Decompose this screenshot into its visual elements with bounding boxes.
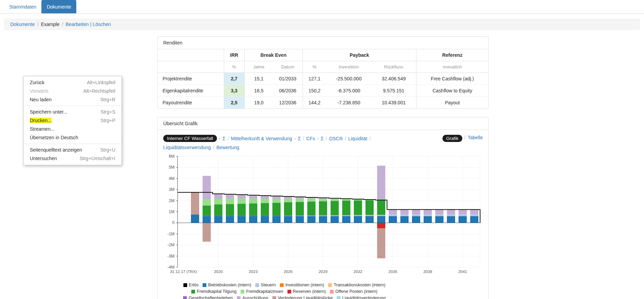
bar-segment-betriebskosten[interactable] bbox=[191, 214, 199, 223]
bar-segment-tilgung[interactable] bbox=[272, 203, 281, 216]
bar-segment-tilgung[interactable] bbox=[261, 203, 269, 216]
bar-segment-steuern[interactable] bbox=[296, 216, 304, 216]
bar-segment-betriebskosten[interactable] bbox=[272, 216, 281, 223]
menu-item-untersuchen[interactable]: UntersuchenStrg+Umschalt+I bbox=[24, 154, 121, 163]
bar-segment-zinsen[interactable] bbox=[307, 199, 315, 202]
chart-tab-liquidität[interactable]: Liquidität bbox=[348, 136, 367, 141]
bar-segment-steuern[interactable] bbox=[307, 216, 315, 216]
bar-segment-zinsen[interactable] bbox=[226, 199, 234, 204]
bar-segment-zinsen[interactable] bbox=[272, 199, 281, 203]
bar-segment-tilgung[interactable] bbox=[365, 200, 374, 215]
bar-segment-tilgung[interactable] bbox=[319, 201, 327, 215]
legend-item-betriebskosten[interactable]: Betriebskosten (intern) bbox=[203, 283, 251, 287]
bar-segment-steuern[interactable] bbox=[284, 216, 292, 216]
bar-segment-ausschuettung[interactable] bbox=[400, 210, 409, 215]
bar-segment-steuern[interactable] bbox=[354, 215, 362, 216]
bar-segment-betriebskosten[interactable] bbox=[307, 216, 315, 223]
legend-item-liq_veraenderung[interactable]: Liquiditätsveränderung bbox=[337, 296, 385, 299]
chart-tab-dscr[interactable]: DSCR bbox=[329, 136, 343, 141]
erloes-step-line[interactable] bbox=[178, 192, 480, 223]
bar-segment-ausschuettung[interactable] bbox=[412, 210, 420, 215]
bar-segment-steuern[interactable] bbox=[400, 214, 409, 216]
chart-tab-[interactable]: Σ bbox=[321, 136, 324, 141]
bar-segment-tilgung[interactable] bbox=[342, 200, 350, 215]
bar-segment-ausschuettung[interactable] bbox=[249, 195, 257, 199]
bar-segment-betriebskosten[interactable] bbox=[412, 216, 420, 223]
bar-segment-betriebskosten[interactable] bbox=[284, 216, 292, 223]
bar-segment-betriebskosten[interactable] bbox=[354, 216, 362, 223]
bar-segment-ausschuettung[interactable] bbox=[261, 196, 269, 199]
legend-item-offene_posten[interactable]: Offene Posten (intern) bbox=[330, 289, 377, 294]
bar-segment-betriebskosten[interactable] bbox=[331, 216, 339, 223]
bar-segment-tilgung[interactable] bbox=[296, 202, 304, 216]
bar-segment-betriebskosten[interactable] bbox=[389, 216, 397, 223]
bar-segment-betriebskosten[interactable] bbox=[261, 216, 269, 223]
bar-segment-tilgung[interactable] bbox=[203, 206, 211, 216]
bar-segment-steuern[interactable] bbox=[459, 214, 467, 216]
menu-item-zurück[interactable]: ZurückAlt+Linkspfeil bbox=[24, 78, 121, 87]
menu-item-speichern-unter[interactable]: Speichern unter...Strg+S bbox=[24, 108, 121, 116]
chart-tab-interner-cf-wasserfall-active[interactable]: Interner CF Wasserfall bbox=[163, 135, 217, 142]
bar-segment-steuern[interactable] bbox=[447, 214, 455, 216]
bar-segment-betriebskosten[interactable] bbox=[342, 216, 350, 223]
bar-segment-zinsen[interactable] bbox=[284, 199, 292, 202]
bar-segment-ausschuettung[interactable] bbox=[226, 194, 234, 199]
tab-dokumente[interactable]: Dokumente bbox=[41, 0, 76, 13]
bar-segment-betriebskosten[interactable] bbox=[447, 216, 455, 223]
chart-tab-[interactable]: Σ bbox=[222, 136, 226, 141]
bar-segment-ausschuettung[interactable] bbox=[203, 176, 211, 200]
bar-segment-betriebskosten[interactable] bbox=[377, 216, 385, 223]
bar-segment-tilgung[interactable] bbox=[354, 200, 362, 215]
bar-segment-tilgung[interactable] bbox=[377, 200, 385, 215]
bar-segment-steuern[interactable] bbox=[412, 214, 420, 216]
legend-item-ausschuettung[interactable]: Ausschüttung bbox=[237, 296, 268, 299]
bar-segment-tilgung[interactable] bbox=[214, 204, 222, 216]
bar-segment-steuern[interactable] bbox=[389, 214, 397, 216]
bar-segment-betriebskosten[interactable] bbox=[435, 216, 443, 223]
bar-segment-zinsen[interactable] bbox=[249, 199, 257, 203]
breadcrumb-dokumente-link[interactable]: Dokumente bbox=[10, 22, 35, 27]
bar-segment-ausschuettung[interactable] bbox=[459, 210, 467, 215]
tab-stammdaten[interactable]: Stammdaten bbox=[4, 0, 41, 13]
bar-segment-ausschuettung[interactable] bbox=[424, 210, 432, 215]
bar-segment-zinsen[interactable] bbox=[261, 199, 269, 203]
menu-item-übersetzen-in-deutsch[interactable]: Übersetzen in Deutsch bbox=[24, 133, 121, 142]
bar-segment-steuern[interactable] bbox=[377, 215, 385, 216]
legend-item-tilgung[interactable]: Fremdkapital Tilgung bbox=[191, 289, 236, 294]
bar-segment-betriebskosten[interactable] bbox=[459, 216, 467, 223]
bar-segment-betriebskosten[interactable] bbox=[226, 216, 234, 223]
bar-segment-ausschuettung[interactable] bbox=[237, 195, 246, 199]
bar-segment-steuern[interactable] bbox=[365, 215, 374, 216]
legend-item-transaktionskosten[interactable]: Transaktionskosten (intern) bbox=[328, 283, 385, 287]
chart-tab-liquiditätsverwendung[interactable]: Liquiditätsverwendung bbox=[163, 145, 211, 150]
bar-segment-ausschuettung[interactable] bbox=[447, 210, 455, 215]
bar-segment-betriebskosten[interactable] bbox=[424, 216, 432, 223]
bar-segment-betriebskosten[interactable] bbox=[249, 216, 257, 223]
edit-link[interactable]: Bearbeiten bbox=[66, 22, 89, 27]
menu-item-streamen[interactable]: Streamen... bbox=[24, 125, 121, 133]
bar-segment-steuern[interactable] bbox=[331, 215, 339, 216]
bar-segment-betriebskosten[interactable] bbox=[470, 216, 478, 223]
bar-segment-steuern[interactable] bbox=[435, 214, 443, 216]
bar-segment-ausschuettung[interactable] bbox=[272, 196, 281, 199]
menu-item-neu-laden[interactable]: Neu ladenStrg+R bbox=[24, 95, 121, 104]
bar-segment-betriebskosten[interactable] bbox=[296, 216, 304, 223]
chart-tab-cfs[interactable]: CFs bbox=[306, 136, 315, 141]
legend-item-erloes[interactable]: Erlös bbox=[183, 283, 198, 287]
legend-item-veraenderung_liq[interactable]: Veränderung Liquiditätslücke bbox=[272, 296, 333, 299]
bar-segment-betriebskosten[interactable] bbox=[400, 216, 409, 223]
bar-segment-ausschuettung[interactable] bbox=[435, 210, 443, 215]
chart-tab-grafik-active[interactable]: Grafik bbox=[442, 135, 462, 142]
bar-segment-zinsen[interactable] bbox=[319, 199, 327, 201]
chart-tab-mittelherkunft-verwendung[interactable]: Mittelherkunft & Verwendung bbox=[231, 136, 292, 141]
bar-segment-zinsen[interactable] bbox=[296, 199, 304, 202]
bar-segment-veraenderung_liq[interactable] bbox=[191, 192, 199, 214]
bar-segment-steuern[interactable] bbox=[319, 216, 327, 216]
delete-link[interactable]: Löschen bbox=[93, 22, 111, 27]
bar-segment-betriebskosten[interactable] bbox=[237, 216, 246, 223]
chart-tab-[interactable]: Σ bbox=[298, 136, 301, 141]
bar-segment-veraenderung_liq[interactable] bbox=[203, 223, 211, 242]
bar-segment-ausschuettung[interactable] bbox=[377, 166, 385, 200]
bar-segment-betriebskosten[interactable] bbox=[214, 216, 222, 223]
bar-segment-betriebskosten[interactable] bbox=[203, 216, 211, 223]
